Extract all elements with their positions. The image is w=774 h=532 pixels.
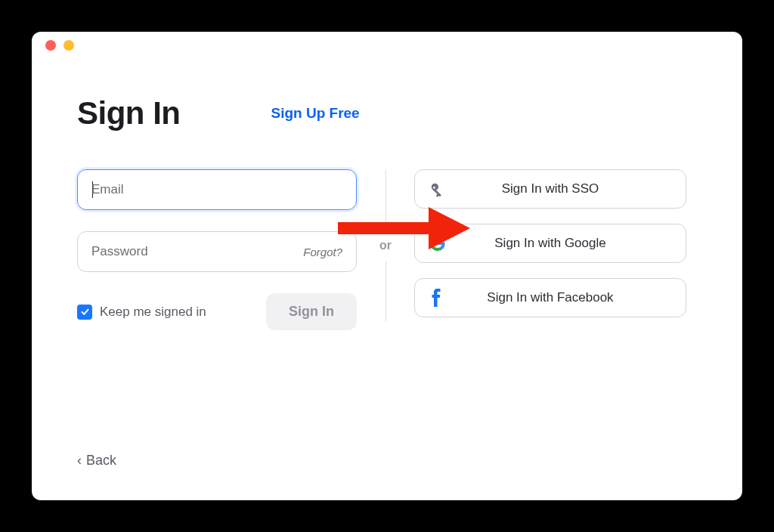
signin-button[interactable]: Sign In (266, 293, 357, 330)
header: Sign In Sign Up Free (77, 95, 697, 131)
social-buttons: Sign In with SSO Sign In with Google (414, 169, 686, 317)
close-window-icon[interactable] (45, 40, 56, 51)
keep-signed-in-label: Keep me signed in (100, 305, 206, 320)
sso-button[interactable]: Sign In with SSO (414, 169, 686, 209)
sso-button-label: Sign In with SSO (430, 181, 670, 196)
divider: or (357, 169, 414, 322)
facebook-button-label: Sign In with Facebook (430, 290, 670, 305)
titlebar (32, 32, 742, 59)
checkbox-icon (77, 305, 92, 320)
password-placeholder: Password (91, 244, 148, 259)
minimize-window-icon[interactable] (63, 40, 74, 51)
google-button[interactable]: Sign In with Google (414, 224, 686, 263)
chevron-left-icon: ‹ (77, 453, 82, 469)
or-label: or (379, 230, 392, 261)
email-field[interactable]: Email (77, 169, 357, 210)
google-button-label: Sign In with Google (430, 236, 670, 251)
facebook-button[interactable]: Sign In with Facebook (414, 278, 686, 317)
left-form: Email Password Forgot? Keep me signed in (77, 169, 357, 330)
content: Sign In Sign Up Free Email Password Forg… (32, 59, 742, 345)
keep-signed-in-checkbox[interactable]: Keep me signed in (77, 305, 206, 320)
signup-link[interactable]: Sign Up Free (271, 105, 360, 122)
back-link[interactable]: ‹ Back (77, 453, 116, 469)
window: Sign In Sign Up Free Email Password Forg… (32, 32, 742, 500)
back-link-label: Back (86, 453, 116, 469)
divider-line-top (385, 169, 386, 230)
forgot-link[interactable]: Forgot? (303, 246, 342, 258)
password-field[interactable]: Password Forgot? (77, 231, 357, 272)
divider-line-bottom (385, 261, 386, 322)
page-title: Sign In (77, 95, 181, 131)
email-placeholder: Email (91, 182, 124, 197)
form-area: Email Password Forgot? Keep me signed in (77, 169, 697, 330)
form-bottom-row: Keep me signed in Sign In (77, 293, 357, 330)
